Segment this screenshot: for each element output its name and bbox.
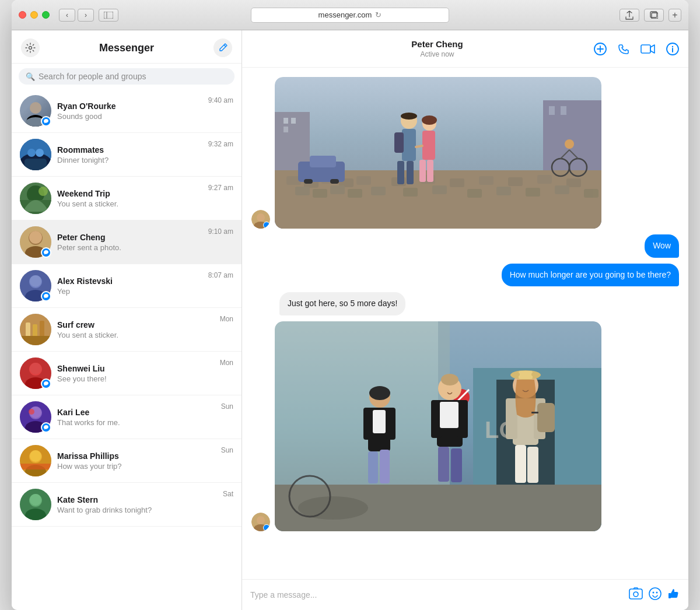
conversation-item[interactable]: Shenwei Liu See you there! Mon: [12, 352, 242, 395]
refresh-icon[interactable]: ↻: [375, 10, 382, 19]
svg-rect-62: [291, 118, 296, 124]
share-button[interactable]: [620, 9, 639, 22]
add-person-button[interactable]: [594, 43, 607, 55]
settings-button[interactable]: [21, 38, 40, 57]
svg-rect-146: [519, 371, 533, 379]
conv-preview: Dinner tonight?: [57, 156, 202, 164]
new-tab-button[interactable]: +: [668, 9, 681, 22]
svg-rect-13: [24, 159, 47, 170]
svg-rect-84: [348, 189, 362, 198]
online-badge-2: [263, 524, 270, 531]
chat-header-actions: [594, 43, 679, 55]
svg-point-39: [29, 409, 34, 415]
svg-rect-142: [451, 448, 462, 482]
message-image-2: LC!: [275, 321, 601, 531]
sidebar-toggle-button[interactable]: [99, 9, 118, 22]
conv-name: Shenwei Liu: [57, 364, 214, 373]
message-avatar-2: [251, 513, 270, 531]
tabs-button[interactable]: [644, 9, 664, 22]
avatar: [20, 445, 51, 476]
svg-rect-108: [419, 160, 426, 182]
conv-name: Roommates: [57, 145, 202, 155]
sidebar-header: Messenger: [12, 30, 242, 64]
messenger-badge: [41, 378, 51, 389]
close-button[interactable]: [19, 11, 26, 19]
message-image-1: [275, 77, 601, 229]
messenger-badge: [41, 291, 51, 302]
search-input[interactable]: [38, 72, 228, 81]
svg-rect-66: [561, 106, 566, 115]
svg-rect-132: [386, 408, 396, 440]
conversation-item-active[interactable]: Peter Cheng Peter sent a photo. 9:10 am: [12, 220, 242, 264]
forward-button[interactable]: ›: [78, 9, 94, 22]
message-input[interactable]: [250, 586, 623, 604]
svg-rect-0: [104, 12, 113, 19]
back-button[interactable]: ‹: [59, 9, 75, 22]
conv-preview: Peter sent a photo.: [57, 243, 202, 252]
messages-area[interactable]: Wow How much longer are you going to be …: [242, 68, 688, 579]
video-call-button[interactable]: [640, 43, 656, 55]
svg-rect-61: [284, 118, 288, 124]
conversation-item[interactable]: Alex Ristevski Yep 8:07 am: [12, 264, 242, 308]
svg-point-157: [634, 592, 638, 597]
conversation-item[interactable]: Roommates Dinner tonight? 9:32 am: [12, 133, 242, 177]
conversation-item[interactable]: Marissa Phillips How was your trip? Sun: [12, 439, 242, 483]
message-row-incoming: [251, 77, 679, 229]
info-button[interactable]: [666, 43, 679, 55]
avatar-wrap: [20, 226, 51, 258]
svg-rect-30: [20, 336, 51, 345]
svg-point-111: [422, 115, 437, 125]
minimize-button[interactable]: [30, 11, 38, 19]
url-bar[interactable]: messenger.com ↻: [251, 8, 449, 23]
svg-point-48: [30, 494, 41, 506]
svg-rect-91: [555, 185, 569, 194]
conv-preview: Yep: [57, 287, 202, 296]
compose-button[interactable]: [214, 38, 232, 57]
maximize-button[interactable]: [42, 11, 50, 19]
traffic-lights: [19, 11, 50, 19]
chat-input-area: [242, 579, 688, 610]
conversation-item[interactable]: Kate Stern Want to grab drinks tonight? …: [12, 483, 242, 527]
avatar-wrap: [20, 489, 51, 520]
svg-rect-153: [527, 447, 538, 483]
messenger-badge: [41, 116, 51, 127]
svg-rect-131: [363, 408, 373, 440]
chat-status: Active now: [420, 50, 454, 58]
svg-rect-63: [284, 127, 288, 132]
conv-preview: Sounds good: [57, 112, 202, 121]
conv-time: 8:07 am: [208, 271, 233, 279]
conv-name: Kate Stern: [57, 495, 217, 504]
app-container: Messenger 🔍: [12, 30, 688, 610]
conversation-item[interactable]: Weekend Trip You sent a sticker. 9:27 am: [12, 177, 242, 220]
conv-info: Ryan O'Rourke Sounds good: [57, 101, 202, 121]
svg-point-11: [27, 149, 36, 157]
svg-rect-113: [394, 132, 404, 153]
svg-rect-104: [397, 161, 404, 184]
call-button[interactable]: [617, 43, 630, 55]
messenger-badge: [41, 422, 51, 433]
nav-buttons: ‹ ›: [59, 9, 94, 22]
conversation-item[interactable]: Kari Lee That works for me. Sun: [12, 395, 242, 439]
svg-rect-76: [450, 178, 464, 187]
chat-contact-name: Peter Cheng: [411, 39, 463, 49]
emoji-button[interactable]: [649, 587, 662, 603]
conv-preview: See you there!: [57, 374, 214, 383]
svg-rect-81: [295, 187, 310, 195]
avatar-wrap: [20, 95, 51, 127]
svg-point-158: [649, 588, 661, 600]
conv-info: Peter Cheng Peter sent a photo.: [57, 233, 202, 252]
photo-button[interactable]: [629, 587, 643, 603]
conv-time: Sun: [221, 446, 233, 454]
svg-point-34: [30, 363, 41, 374]
conversation-item[interactable]: Surf crew You sent a sticker. Mon: [12, 308, 242, 352]
like-button[interactable]: [667, 587, 680, 603]
search-bar[interactable]: 🔍: [19, 68, 235, 85]
conv-info: Roommates Dinner tonight?: [57, 145, 202, 164]
svg-point-55: [672, 45, 673, 47]
message-bubble-wow: Wow: [645, 234, 679, 258]
svg-rect-78: [508, 177, 523, 186]
svg-rect-103: [402, 129, 416, 161]
svg-rect-90: [526, 188, 540, 197]
conversation-item[interactable]: Ryan O'Rourke Sounds good 9:40 am: [12, 89, 242, 133]
avatar-wrap: [20, 445, 51, 476]
